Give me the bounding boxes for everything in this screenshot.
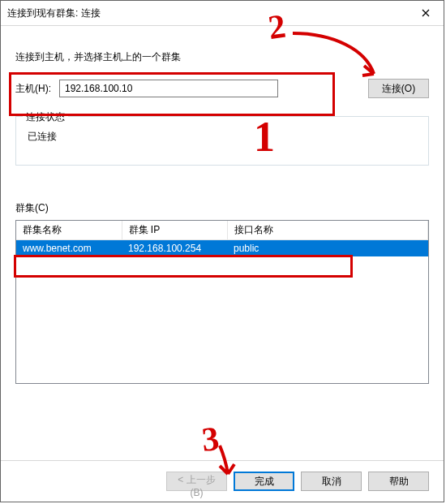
connection-status-legend: 连接状态 (23, 110, 68, 124)
table-header-row: 群集名称 群集 IP 接口名称 (16, 221, 428, 240)
dialog-body: 连接到主机，并选择主机上的一个群集 主机(H): 连接(O) 连接状态 已连接 … (1, 26, 444, 384)
col-ip[interactable]: 群集 IP (122, 221, 227, 240)
host-row: 主机(H): 连接(O) (15, 79, 429, 98)
clusters-list[interactable]: 群集名称 群集 IP 接口名称 www.benet.com 192.168.10… (15, 220, 429, 384)
col-name[interactable]: 群集名称 (16, 221, 122, 240)
back-button: < 上一步(B) (166, 472, 227, 491)
clusters-table: 群集名称 群集 IP 接口名称 www.benet.com 192.168.10… (16, 221, 428, 256)
help-button[interactable]: 帮助 (368, 472, 429, 491)
connection-status-group: 连接状态 已连接 (15, 116, 429, 166)
window-title: 连接到现有群集: 连接 (7, 6, 407, 20)
connect-button[interactable]: 连接(O) (368, 79, 429, 98)
cell-name: www.benet.com (16, 240, 122, 257)
dialog-window: 连接到现有群集: 连接 连接到主机，并选择主机上的一个群集 主机(H): 连接(… (0, 0, 444, 502)
clusters-label: 群集(C) (15, 201, 429, 215)
close-icon (422, 9, 430, 17)
titlebar: 连接到现有群集: 连接 (1, 1, 444, 26)
cell-ip: 192.168.100.254 (122, 240, 227, 257)
dialog-footer: < 上一步(B) 完成 取消 帮助 (1, 460, 444, 502)
connection-status-text: 已连接 (28, 130, 420, 144)
host-label: 主机(H): (15, 82, 51, 96)
table-row[interactable]: www.benet.com 192.168.100.254 public (16, 240, 428, 257)
annotation-number-3: 3 (200, 419, 221, 459)
col-iface[interactable]: 接口名称 (227, 221, 428, 240)
finish-button[interactable]: 完成 (234, 472, 294, 491)
close-button[interactable] (407, 2, 444, 25)
cancel-button[interactable]: 取消 (301, 472, 362, 491)
cell-iface: public (227, 240, 428, 257)
lead-text: 连接到主机，并选择主机上的一个群集 (15, 50, 429, 64)
host-input[interactable] (59, 80, 278, 97)
